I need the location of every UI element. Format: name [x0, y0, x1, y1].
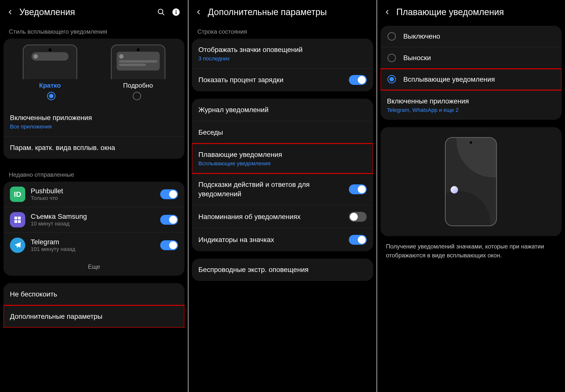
- svg-point-0: [158, 9, 163, 14]
- style-brief-option[interactable]: Кратко: [8, 45, 92, 89]
- badges-row[interactable]: Индикаторы на значках: [192, 228, 373, 251]
- header: Плавающие уведомления: [377, 0, 565, 23]
- brief-params-row[interactable]: Парам. кратк. вида всплыв. окна: [3, 137, 184, 159]
- journal-row[interactable]: Журнал уведомлений: [192, 99, 373, 121]
- style-card: Кратко Подробно Включенные приложения Вс…: [3, 39, 184, 159]
- radio-off[interactable]: [387, 32, 396, 41]
- screen-notifications: Уведомления Стиль всплывающего уведомлен…: [0, 0, 188, 392]
- svg-line-1: [162, 13, 164, 15]
- screen-floating-notifications: Плавающие уведомления Выключено Выноски …: [377, 0, 565, 392]
- description-text: Получение уведомлений значками, которые …: [377, 242, 565, 267]
- style-detail-label: Подробно: [123, 82, 153, 89]
- toggle-samsung-capture[interactable]: [160, 215, 178, 225]
- back-icon[interactable]: [196, 9, 202, 15]
- wireless-alerts-card: Беспроводные экстр. оповещения: [192, 259, 373, 281]
- advanced-params-row[interactable]: Дополнительные параметры: [3, 305, 184, 328]
- preview-card: [381, 127, 562, 236]
- app-icon-pushbullet: ID: [10, 187, 25, 202]
- phone-mock-brief: [23, 45, 77, 79]
- back-icon[interactable]: [7, 9, 13, 15]
- recent-apps-card: ID Pushbullet Только что Съемка Samsung …: [3, 182, 184, 276]
- radio-popup[interactable]: [387, 75, 396, 83]
- main-settings-card: Журнал уведомлений Беседы Плавающие увед…: [192, 99, 373, 251]
- svg-rect-6: [18, 217, 21, 219]
- phone-preview: [445, 137, 497, 226]
- toggle-badges[interactable]: [349, 235, 367, 245]
- page-title: Уведомления: [19, 7, 151, 17]
- toggle-battery-percent[interactable]: [349, 75, 367, 85]
- page-title: Дополнительные параметры: [208, 7, 369, 17]
- show-icons-row[interactable]: Отображать значки оповещений 3 последних: [192, 39, 373, 69]
- floating-bubble-icon: [451, 186, 458, 194]
- statusbar-card: Отображать значки оповещений 3 последних…: [192, 39, 373, 91]
- dnd-row[interactable]: Не беспокоить: [3, 283, 184, 306]
- app-row-samsung-capture[interactable]: Съемка Samsung 10 минут назад: [3, 207, 184, 233]
- section-label-style: Стиль всплывающего уведомления: [0, 23, 188, 39]
- more-link[interactable]: Еще: [3, 258, 184, 276]
- section-label-recent: Недавно отправленные: [0, 166, 188, 182]
- phone-mock-detail: [111, 45, 165, 79]
- options-card: Выключено Выноски Всплывающие уведомлени…: [381, 26, 562, 120]
- section-label-statusbar: Строка состояния: [188, 23, 376, 39]
- search-icon[interactable]: [157, 8, 166, 17]
- header: Уведомления: [0, 0, 188, 23]
- toggle-telegram[interactable]: [160, 240, 178, 250]
- style-brief-label: Кратко: [39, 82, 61, 89]
- toggle-reminders[interactable]: [349, 212, 367, 222]
- app-row-pushbullet[interactable]: ID Pushbullet Только что: [3, 182, 184, 207]
- conversations-row[interactable]: Беседы: [192, 121, 373, 144]
- radio-bubbles[interactable]: [387, 54, 396, 62]
- toggle-hints[interactable]: [349, 184, 367, 194]
- app-icon-samsung-capture: [10, 212, 25, 227]
- option-popup[interactable]: Всплывающие уведомления: [381, 69, 562, 90]
- app-icon-telegram: [10, 238, 25, 253]
- battery-percent-row[interactable]: Показать процент зарядки: [192, 69, 373, 91]
- included-apps-row[interactable]: Включенные приложения Telegram, WhatsApp…: [381, 90, 562, 120]
- hints-row[interactable]: Подсказки действий и ответов для уведомл…: [192, 173, 373, 205]
- included-apps-row[interactable]: Включенные приложения Все приложения: [3, 107, 184, 137]
- app-row-telegram[interactable]: Telegram 101 минуту назад: [3, 233, 184, 258]
- style-detail-option[interactable]: Подробно: [97, 45, 180, 89]
- svg-rect-8: [18, 220, 21, 223]
- svg-rect-3: [176, 11, 177, 14]
- radio-detail[interactable]: [133, 92, 141, 100]
- svg-rect-5: [14, 217, 17, 219]
- reminders-row[interactable]: Напоминания об уведомлениях: [192, 205, 373, 228]
- screen-advanced-params: Дополнительные параметры Строка состояни…: [188, 0, 376, 392]
- floating-notifications-row[interactable]: Плавающие уведомления Всплывающие уведом…: [192, 144, 373, 173]
- header: Дополнительные параметры: [188, 0, 376, 23]
- svg-rect-7: [14, 220, 17, 223]
- option-bubbles[interactable]: Выноски: [381, 47, 562, 69]
- page-title: Плавающие уведомления: [396, 7, 558, 17]
- option-off[interactable]: Выключено: [381, 26, 562, 47]
- wireless-alerts-row[interactable]: Беспроводные экстр. оповещения: [192, 259, 373, 281]
- svg-point-4: [176, 10, 177, 11]
- bottom-card: Не беспокоить Дополнительные параметры: [3, 283, 184, 328]
- info-icon[interactable]: [172, 8, 180, 17]
- toggle-pushbullet[interactable]: [160, 189, 178, 199]
- radio-brief[interactable]: [47, 92, 55, 100]
- back-icon[interactable]: [385, 9, 390, 15]
